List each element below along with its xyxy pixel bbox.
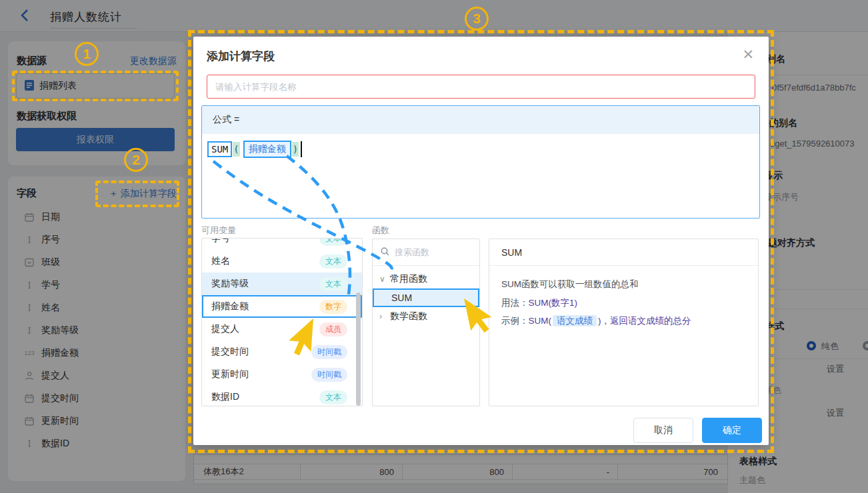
type-tag: 文本: [319, 277, 347, 291]
type-tag: 数字: [319, 300, 347, 314]
formula-tokens: SUM ( 捐赠金额 ): [207, 141, 302, 158]
confirm-button[interactable]: 确定: [702, 418, 762, 443]
formula-token-field[interactable]: 捐赠金额: [243, 141, 291, 158]
variable-row[interactable]: 提交人 成员: [202, 318, 362, 340]
function-description: SUM函数可以获取一组数值的总和: [501, 275, 746, 294]
chevron-right-icon: ›: [379, 312, 386, 321]
paren-open: (: [233, 142, 239, 157]
variable-row[interactable]: 奖励等级 文本: [202, 272, 362, 295]
variable-row[interactable]: 提交时间 时间戳: [202, 340, 362, 363]
function-detail: SUM SUM函数可以获取一组数值的总和 用法：SUM(数字1) 示例：SUM(…: [489, 239, 759, 406]
function-detail-title: SUM: [489, 239, 758, 266]
cancel-button[interactable]: 取消: [633, 418, 693, 443]
type-tag: 文本: [319, 390, 347, 404]
function-search-placeholder: 搜索函数: [395, 246, 429, 258]
formula-label: 公式 =: [202, 106, 759, 134]
dialog-title: 添加计算字段: [207, 49, 275, 64]
search-icon: [381, 247, 389, 258]
function-group-common[interactable]: ∨ 常用函数: [373, 270, 479, 288]
type-tag: 成员: [319, 322, 347, 336]
paren-close: ): [292, 142, 299, 157]
type-tag: 文本: [319, 238, 347, 246]
variable-row[interactable]: 姓名 文本: [202, 250, 362, 272]
type-tag: 文本: [319, 254, 347, 268]
variable-row[interactable]: 更新时间 时间戳: [202, 363, 362, 386]
scrollbar-thumb[interactable]: [356, 292, 361, 406]
function-group-math[interactable]: › 数学函数: [373, 307, 479, 326]
calc-field-name-input[interactable]: [207, 75, 755, 99]
variable-row[interactable]: 数据ID 文本: [202, 386, 362, 406]
type-tag: 时间戳: [311, 368, 347, 382]
chevron-down-icon: ∨: [379, 274, 386, 284]
function-search[interactable]: 搜索函数: [373, 239, 479, 266]
variables-list: 学号 文本 姓名 文本 奖励等级 文本 捐赠金额 数字 提交人 成员 提交时间 …: [201, 238, 363, 406]
close-icon[interactable]: ✕: [742, 47, 754, 61]
formula-token-sum[interactable]: SUM: [207, 141, 232, 157]
add-calc-field-dialog: 添加计算字段 ✕ 公式 = SUM ( 捐赠金额 ) 可用变量 学号 文本 姓名…: [193, 37, 769, 445]
function-example: 示例：SUM(语文成绩)，返回语文成绩的总分: [501, 312, 746, 330]
text-caret: [301, 141, 302, 157]
example-field-token: 语文成绩: [553, 315, 597, 326]
variables-label: 可用变量: [201, 225, 236, 237]
function-usage: 用法：SUM(数字1): [501, 294, 746, 312]
variable-row-selected[interactable]: 捐赠金额 数字: [202, 295, 362, 318]
function-item-sum[interactable]: SUM: [373, 288, 479, 307]
functions-label: 函数: [372, 225, 389, 237]
type-tag: 时间戳: [311, 345, 347, 359]
variable-row[interactable]: 学号 文本: [202, 238, 362, 250]
formula-editor[interactable]: 公式 = SUM ( 捐赠金额 ): [201, 105, 760, 219]
functions-list: 搜索函数 ∨ 常用函数 SUM › 数学函数: [372, 239, 480, 406]
